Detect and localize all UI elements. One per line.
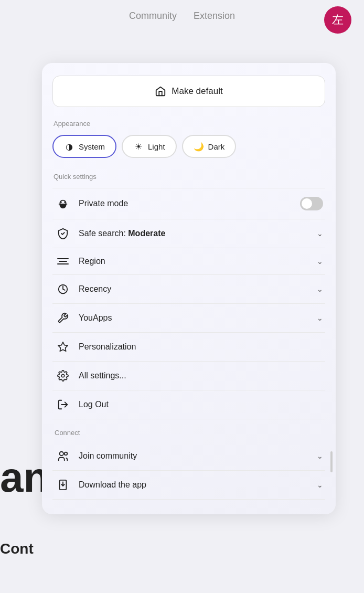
settings-panel: Make default Appearance ◑ System ☀ Light… — [42, 63, 336, 514]
appearance-dark[interactable]: 🌙 Dark — [182, 135, 237, 158]
join-community-icon — [55, 450, 71, 462]
join-community-label: Join community — [79, 451, 317, 461]
appearance-group: ◑ System ☀ Light 🌙 Dark — [52, 135, 325, 158]
safe-search-chevron: ⌄ — [317, 229, 323, 238]
personalization-label: Personalization — [79, 342, 323, 352]
personalization-icon — [55, 341, 71, 353]
system-icon: ◑ — [64, 141, 74, 152]
logout-item[interactable]: Log Out — [52, 390, 325, 419]
top-nav: Community Extension 左 — [0, 0, 364, 30]
svg-point-1 — [64, 202, 66, 203]
safe-search-label: Safe search: Moderate — [79, 229, 317, 238]
download-app-label: Download the app — [79, 480, 317, 490]
home-icon — [155, 86, 166, 97]
svg-point-9 — [60, 452, 63, 456]
youapps-label: YouApps — [79, 313, 317, 323]
recency-icon — [55, 283, 71, 295]
dark-icon: 🌙 — [194, 141, 204, 152]
appearance-system[interactable]: ◑ System — [52, 135, 116, 158]
private-mode-item[interactable]: Private mode — [52, 188, 325, 219]
youapps-icon — [55, 312, 71, 324]
all-settings-label: All settings... — [79, 371, 323, 380]
join-community-chevron: ⌄ — [317, 452, 323, 460]
private-mode-icon — [55, 198, 71, 209]
personalization-item[interactable]: Personalization — [52, 333, 325, 362]
scroll-indicator — [330, 451, 333, 472]
svg-point-0 — [60, 202, 62, 203]
svg-point-10 — [65, 452, 68, 456]
recency-label: Recency — [79, 284, 317, 294]
bg-text-cont: Cont — [0, 541, 34, 557]
settings-list: Private mode Safe search: Moderate ⌄ Reg… — [52, 188, 325, 419]
region-icon — [55, 257, 71, 266]
region-label: Region — [79, 257, 317, 266]
connect-section: Connect Join community ⌄ Download the ap… — [52, 421, 325, 500]
appearance-dark-label: Dark — [208, 142, 225, 151]
logout-icon — [55, 399, 71, 410]
safe-search-item[interactable]: Safe search: Moderate ⌄ — [52, 219, 325, 248]
appearance-label: Appearance — [52, 120, 325, 128]
connect-label: Connect — [52, 421, 325, 442]
avatar-button[interactable]: 左 — [324, 6, 351, 34]
make-default-button[interactable]: Make default — [52, 76, 325, 107]
download-app-icon — [55, 479, 71, 491]
appearance-light[interactable]: ☀ Light — [122, 135, 177, 158]
svg-point-7 — [61, 374, 65, 377]
appearance-light-label: Light — [148, 142, 165, 151]
youapps-item[interactable]: YouApps ⌄ — [52, 304, 325, 333]
light-icon: ☀ — [133, 141, 144, 152]
region-item[interactable]: Region ⌄ — [52, 248, 325, 275]
appearance-system-label: System — [79, 142, 105, 151]
all-settings-icon — [55, 370, 71, 382]
region-chevron: ⌄ — [317, 257, 323, 266]
youapps-chevron: ⌄ — [317, 314, 323, 322]
logout-label: Log Out — [79, 400, 323, 409]
recency-item[interactable]: Recency ⌄ — [52, 275, 325, 304]
nav-community[interactable]: Community — [129, 10, 177, 22]
recency-chevron: ⌄ — [317, 285, 323, 293]
download-app-chevron: ⌄ — [317, 481, 323, 489]
quick-settings-label: Quick settings — [52, 173, 325, 181]
svg-marker-6 — [58, 342, 68, 351]
safe-search-icon — [55, 228, 71, 239]
all-settings-item[interactable]: All settings... — [52, 362, 325, 390]
private-mode-toggle[interactable] — [300, 197, 323, 210]
private-mode-label: Private mode — [79, 199, 300, 208]
make-default-label: Make default — [172, 86, 222, 97]
nav-extension[interactable]: Extension — [194, 10, 235, 22]
join-community-item[interactable]: Join community ⌄ — [52, 442, 325, 471]
download-app-item[interactable]: Download the app ⌄ — [52, 471, 325, 500]
